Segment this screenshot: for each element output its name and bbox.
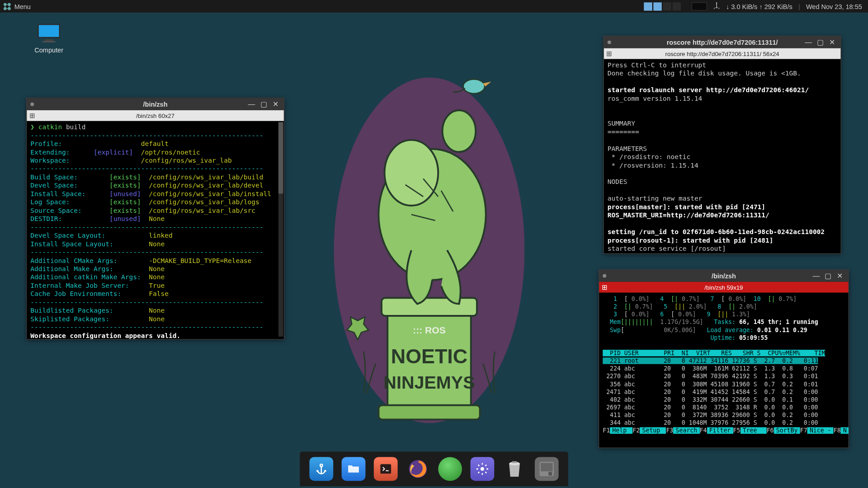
- svg-rect-6: [39, 25, 59, 37]
- workspace-4[interactable]: [672, 2, 680, 10]
- terminal-content[interactable]: ❯ catkin build -------------------------…: [27, 121, 283, 339]
- new-tab-icon[interactable]: ⊞: [606, 50, 612, 57]
- minimize-button[interactable]: —: [812, 272, 820, 280]
- terminal-tabbar[interactable]: ⊞ roscore http://de7d0e7d7206:11311/ 56x…: [604, 48, 841, 59]
- svg-rect-2: [4, 6, 7, 10]
- window-menu-icon[interactable]: [30, 103, 34, 106]
- tab-label[interactable]: /bin/zsh 60x27: [136, 113, 175, 119]
- close-button[interactable]: ✕: [272, 101, 279, 108]
- workspace-2[interactable]: [653, 2, 661, 10]
- minimize-button[interactable]: —: [805, 39, 812, 46]
- tab-label[interactable]: roscore http://de7d0e7d7206:11311/ 56x24: [665, 50, 779, 57]
- svg-text:::: ROS: ::: ROS: [413, 325, 446, 335]
- svg-point-16: [463, 79, 485, 94]
- window-title: roscore http://de7d0e7d7206:11311/: [667, 39, 778, 46]
- clock[interactable]: Wed Nov 23, 18:55: [806, 3, 862, 10]
- svg-text:NINJEMYS: NINJEMYS: [383, 372, 475, 392]
- menu-label[interactable]: Menu: [14, 3, 31, 10]
- svg-rect-27: [548, 472, 552, 475]
- svg-rect-0: [4, 3, 7, 6]
- svg-rect-11: [382, 298, 477, 316]
- titlebar[interactable]: roscore http://de7d0e7d7206:11311/ — ▢ ✕: [604, 36, 841, 48]
- terminal-tabbar[interactable]: ⊞ /bin/zsh 59x19: [599, 282, 848, 293]
- desktop-computer-icon[interactable]: Computer: [28, 23, 71, 54]
- network-icon[interactable]: [713, 2, 720, 10]
- svg-rect-7: [45, 39, 53, 41]
- window-catkin[interactable]: /bin/zsh — ▢ ✕ ⊞ /bin/zsh 60x27 ❯ catkin…: [26, 98, 284, 339]
- new-tab-icon[interactable]: ⊞: [602, 283, 607, 291]
- desktop-computer-label: Computer: [28, 47, 71, 54]
- tab-label[interactable]: /bin/zsh 59x19: [704, 284, 743, 291]
- window-roscore[interactable]: roscore http://de7d0e7d7206:11311/ — ▢ ✕…: [604, 36, 841, 254]
- close-button[interactable]: ✕: [829, 39, 836, 46]
- dock-firefox-icon[interactable]: [406, 457, 430, 481]
- workspace-switcher[interactable]: [644, 2, 681, 10]
- terminal-content[interactable]: Press Ctrl-C to interrupt Done checking …: [604, 59, 841, 253]
- dock-anchor-icon[interactable]: [309, 457, 333, 481]
- maximize-button[interactable]: ▢: [260, 101, 267, 108]
- scrollbar-thumb[interactable]: [278, 122, 283, 193]
- svg-rect-26: [541, 463, 552, 471]
- maximize-button[interactable]: ▢: [825, 272, 832, 280]
- titlebar[interactable]: /bin/zsh — ▢ ✕: [599, 270, 848, 282]
- terminal-tabbar[interactable]: ⊞ /bin/zsh 60x27: [27, 110, 283, 121]
- top-panel: Menu ↓ 3.0 KiB/s ↑ 292 KiB/s | Wed Nov 2…: [0, 0, 868, 13]
- workspace-1[interactable]: [644, 2, 652, 10]
- svg-rect-3: [7, 6, 11, 10]
- new-tab-icon[interactable]: ⊞: [29, 112, 35, 119]
- window-title: /bin/zsh: [712, 272, 736, 280]
- window-menu-icon[interactable]: [608, 41, 611, 44]
- wallpaper-art: ::: ROS NOETIC NINJEMYS: [322, 60, 537, 429]
- tray-separator: |: [798, 3, 800, 10]
- cpu-graph-icon[interactable]: [692, 2, 707, 10]
- svg-point-22: [481, 467, 484, 471]
- minimize-button[interactable]: —: [248, 101, 255, 108]
- titlebar[interactable]: /bin/zsh — ▢ ✕: [27, 99, 283, 110]
- dock-trash-icon[interactable]: [503, 457, 527, 481]
- dock: [300, 452, 568, 486]
- window-menu-icon[interactable]: [603, 274, 606, 278]
- svg-rect-1: [7, 3, 11, 6]
- dock-disk-icon[interactable]: [535, 457, 559, 481]
- dock-files-icon[interactable]: [342, 457, 366, 481]
- workspace-3[interactable]: [663, 2, 671, 10]
- terminal-content[interactable]: 1 [ 0.0%] 4 [| 0.7%] 7 [ 0.0%] 10 [| 0.7…: [599, 292, 848, 447]
- dock-terminal-icon[interactable]: [374, 457, 398, 481]
- svg-point-4: [716, 2, 717, 4]
- net-down-label: ↓ 3.0 KiB/s ↑ 292 KiB/s: [726, 3, 793, 10]
- window-htop[interactable]: /bin/zsh — ▢ ✕ ⊞ /bin/zsh 59x19 1 [ 0.0%…: [599, 269, 849, 448]
- svg-point-14: [385, 140, 439, 206]
- close-button[interactable]: ✕: [836, 272, 844, 280]
- svg-rect-8: [42, 41, 56, 42]
- dock-green-orb-icon[interactable]: [438, 457, 462, 481]
- svg-rect-24: [512, 461, 517, 463]
- svg-text:NOETIC: NOETIC: [391, 345, 467, 368]
- scrollbar[interactable]: [278, 122, 283, 337]
- svg-point-15: [442, 110, 476, 152]
- menu-icon[interactable]: [4, 3, 11, 10]
- maximize-button[interactable]: ▢: [817, 39, 824, 46]
- window-title: /bin/zsh: [143, 101, 168, 108]
- svg-rect-12: [378, 405, 480, 420]
- svg-rect-20: [380, 464, 391, 474]
- dock-settings-icon[interactable]: [470, 457, 494, 481]
